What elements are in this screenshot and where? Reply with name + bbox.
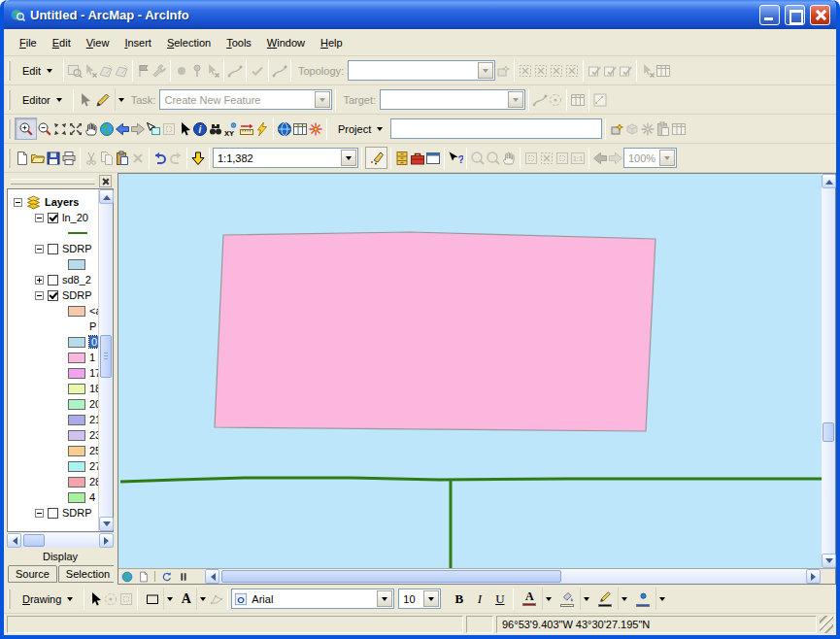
save-floppy-icon[interactable] (46, 151, 61, 166)
globe-view-icon[interactable] (277, 121, 292, 137)
scroll-right-button[interactable] (99, 533, 114, 548)
toolbar-grip[interactable] (8, 90, 11, 110)
generalize-edge-icon[interactable] (227, 63, 243, 79)
previous-page-arrow-icon[interactable] (592, 151, 608, 166)
symbol-row-ln20[interactable] (8, 225, 98, 241)
tab-source[interactable]: Source (8, 565, 57, 583)
toc-drag-grip[interactable] (11, 179, 95, 185)
error-check-icon[interactable] (618, 63, 633, 79)
arctoolbox-icon[interactable] (410, 151, 425, 166)
legend-swatch[interactable] (68, 477, 85, 488)
target-combo[interactable] (380, 89, 525, 110)
combo-dropdown-button[interactable] (315, 91, 330, 108)
combo-dropdown-button[interactable] (508, 91, 523, 108)
line-color-button[interactable] (592, 588, 618, 610)
select-features-icon[interactable] (146, 121, 161, 137)
legend-row[interactable]: 23 (8, 427, 98, 443)
redo-icon[interactable] (168, 151, 184, 166)
line-symbol[interactable] (68, 232, 87, 234)
hyperlink-lightning-icon[interactable] (254, 121, 270, 137)
scroll-up-button[interactable] (99, 189, 114, 204)
shape-tool-button[interactable] (141, 588, 163, 610)
legend-swatch[interactable] (68, 353, 85, 363)
layer-visibility-checkbox[interactable] (48, 508, 58, 519)
layer-visibility-checkbox[interactable] (48, 213, 58, 223)
legend-row[interactable]: <a (8, 303, 98, 319)
identify-icon[interactable] (192, 121, 208, 137)
paste-clipboard-icon[interactable] (115, 151, 130, 166)
scroll-track[interactable] (822, 188, 835, 554)
whats-this-help-icon[interactable] (448, 151, 463, 166)
rotate-element-icon[interactable] (103, 591, 118, 607)
layer-row-sdrp1[interactable]: SDRP (8, 241, 98, 256)
map-topology-tool-icon[interactable] (67, 63, 83, 79)
print-icon[interactable] (61, 151, 77, 166)
font-family-combo[interactable]: Arial (231, 589, 394, 609)
shape-tool-dropdown[interactable] (163, 588, 176, 610)
scroll-thumb[interactable] (221, 570, 561, 583)
validate-topology-area-icon[interactable] (518, 63, 533, 79)
toc-horizontal-scrollbar[interactable] (7, 533, 114, 548)
undo-icon[interactable] (152, 151, 168, 166)
title-bar[interactable]: Untitled - ArcMap - ArcInfo (4, 0, 836, 29)
drawing-menu-button[interactable]: Drawing (15, 589, 81, 610)
font-color-button[interactable]: A (517, 588, 542, 610)
select-elements-cursor-icon[interactable] (87, 591, 103, 607)
combo-dropdown-button[interactable] (659, 150, 675, 166)
layer-visibility-checkbox[interactable] (48, 244, 58, 254)
collapse-toggle[interactable] (35, 509, 44, 518)
menu-window[interactable]: Window (259, 34, 313, 51)
legend-row[interactable]: 1 (8, 350, 98, 365)
send-tool-icon[interactable] (655, 121, 671, 137)
toolbar-grip[interactable] (8, 149, 11, 168)
bold-button[interactable]: B (449, 589, 469, 609)
legend-swatch[interactable] (68, 446, 85, 456)
new-document-icon[interactable] (15, 151, 30, 166)
go-to-xy-icon[interactable] (223, 121, 239, 137)
zoom-to-selected-icon[interactable] (118, 591, 134, 607)
validate-topology-extent-icon[interactable] (533, 63, 549, 79)
fix-topology-wrench-icon[interactable] (151, 63, 167, 79)
legend-swatch[interactable] (68, 306, 85, 317)
select-node-cursor-icon[interactable] (205, 63, 220, 79)
legend-swatch[interactable] (68, 415, 85, 425)
toolbar-grip[interactable] (8, 61, 11, 81)
tab-selection[interactable]: Selection (58, 565, 118, 583)
fill-color-button[interactable] (554, 588, 580, 610)
copy-icon[interactable] (99, 151, 115, 166)
layer-visibility-checkbox[interactable] (48, 290, 58, 301)
legend-row[interactable]: 28 (8, 474, 98, 489)
legend-row[interactable]: 25 (8, 443, 98, 458)
fixed-zoom-in-icon[interactable] (52, 121, 68, 137)
scroll-track[interactable] (21, 533, 99, 548)
measure-ruler-icon[interactable] (239, 121, 254, 137)
scroll-thumb[interactable] (100, 335, 112, 378)
project-menu-button[interactable]: Project (330, 118, 390, 140)
attributes-table-icon[interactable] (570, 92, 586, 108)
scroll-left-button[interactable] (7, 533, 21, 548)
editor-sketch-button[interactable] (365, 147, 387, 169)
layout-pan-icon[interactable] (501, 151, 517, 166)
arccatalog-icon[interactable] (394, 151, 410, 166)
scroll-track[interactable] (99, 204, 113, 517)
new-topology-icon[interactable] (495, 63, 511, 79)
collapse-toggle[interactable] (35, 245, 44, 253)
clear-errors-cursor-icon[interactable] (640, 63, 655, 79)
underline-button[interactable]: U (489, 589, 510, 609)
clear-selection-icon[interactable] (161, 121, 177, 137)
line-color-dropdown[interactable] (618, 588, 630, 610)
toolbar-grip[interactable] (8, 119, 11, 139)
topology-combo[interactable] (348, 60, 495, 81)
scroll-right-button[interactable] (806, 569, 821, 584)
open-attribute-table-icon[interactable] (292, 121, 308, 137)
back-extent-arrow-icon[interactable] (115, 121, 130, 137)
fill-symbol-swatch[interactable] (68, 259, 85, 270)
zoom-whole-page-icon[interactable] (523, 151, 539, 166)
legend-row[interactable]: 4 (8, 489, 98, 505)
collapse-toggle[interactable] (35, 291, 44, 300)
legend-swatch[interactable] (68, 399, 85, 410)
find-binoculars-icon[interactable] (208, 121, 223, 137)
legend-row[interactable]: 17 (8, 365, 98, 381)
validate-check-icon[interactable] (250, 63, 265, 79)
command-window-icon[interactable] (425, 151, 441, 166)
